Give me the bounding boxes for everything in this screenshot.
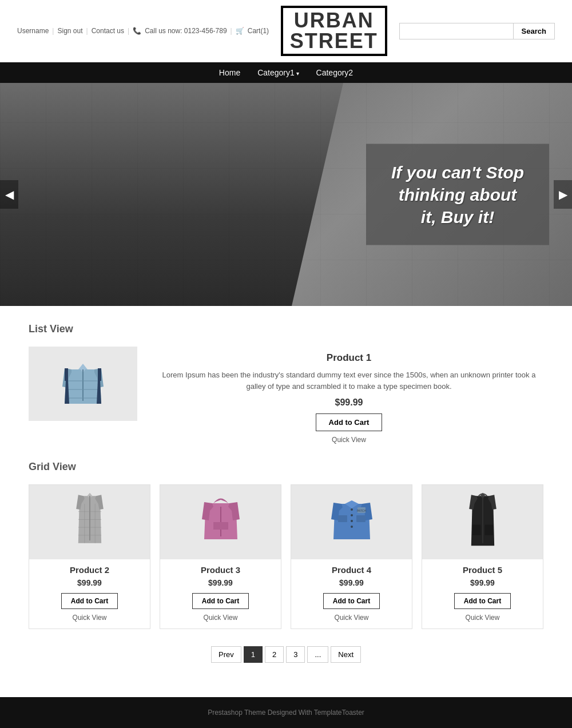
nav-category1[interactable]: Category1 [257,68,299,77]
svg-rect-0 [82,369,84,401]
grid-product-img-2 [29,485,150,559]
svg-rect-11 [220,507,221,536]
list-product-price: $99.99 [154,397,543,408]
grid-product-card-2: Product 2 $99.99 Add to Cart Quick View [29,484,150,629]
grid-quick-view-2[interactable]: Quick View [29,614,150,622]
phone-icon: 📞 [133,27,141,35]
svg-rect-22 [484,525,493,535]
sep2: | [86,27,88,35]
list-product-name: Product 1 [154,352,543,364]
search-button[interactable]: Search [514,23,555,39]
list-product-image [29,347,137,421]
grid-product-name-4: Product 4 [291,565,412,575]
grid-product-price-2: $99.99 [29,578,150,587]
grid-quick-view-3[interactable]: Quick View [160,614,281,622]
search-input[interactable] [399,23,514,39]
svg-rect-21 [472,525,480,535]
list-view-item: Product 1 Lorem Ipsum has been the indus… [29,347,543,444]
pagination: Prev 1 2 3 ... Next [29,646,543,663]
grid-quick-view-5[interactable]: Quick View [422,614,543,622]
list-add-to-cart-button[interactable]: Add to Cart [316,413,383,431]
product5-coat-icon [466,491,500,554]
svg-point-18 [351,520,353,522]
signout-link[interactable]: Sign out [57,27,82,35]
svg-rect-13 [356,515,366,522]
svg-rect-12 [338,515,347,522]
grid-view: Grid View [29,461,543,629]
hero-overlay: If you can't Stop thinking about it, Buy… [366,144,549,245]
svg-rect-4 [89,496,90,540]
svg-text:PATCH: PATCH [356,509,366,512]
sep4: | [231,27,232,35]
grid-product-name-2: Product 2 [29,565,150,575]
list-product-info: Product 1 Lorem Ipsum has been the indus… [154,347,543,444]
svg-rect-20 [482,496,483,543]
nav-home[interactable]: Home [219,68,240,77]
cart-icon: 🛒 [236,27,244,35]
phone-number: Call us now: 0123-456-789 [145,27,227,35]
grid-product-price-5: $99.99 [422,578,543,587]
main-nav: Home Category1 Category2 [0,62,572,83]
hero-tagline: If you can't Stop thinking about it, Buy… [389,161,526,228]
grid-product-card-4: PATCH Product 4 $99.99 Add to Cart Quick… [291,484,412,629]
product4-denim-icon: PATCH [329,494,375,551]
grid-product-card-5: Product 5 $99.99 Add to Cart Quick View [422,484,543,629]
hero-prev-button[interactable]: ◀ [0,180,18,209]
logo-line2: STREET [290,31,378,51]
list-view-title: List View [29,323,543,335]
grid-product-price-4: $99.99 [291,578,412,587]
grid-add-to-cart-2[interactable]: Add to Cart [61,593,118,609]
grid-add-to-cart-4[interactable]: Add to Cart [323,593,380,609]
pagination-ellipsis: ... [307,646,328,663]
svg-point-17 [351,514,353,516]
grid-product-name-5: Product 5 [422,565,543,575]
svg-point-16 [351,508,353,511]
pagination-prev[interactable]: Prev [211,646,241,663]
pagination-page-1[interactable]: 1 [244,646,263,663]
grid-view-title: Grid View [29,461,543,473]
nav-category2[interactable]: Category2 [316,68,353,77]
list-product-desc: Lorem Ipsum has been the industry's stan… [154,369,543,392]
grid-product-price-3: $99.99 [160,578,281,587]
grid-container: Product 2 $99.99 Add to Cart Quick View [29,484,543,629]
logo-line1: URBAN [290,10,378,31]
grid-product-img-4: PATCH [291,485,412,559]
footer: Prestashop Theme Designed With TemplateT… [0,697,572,728]
grid-quick-view-4[interactable]: Quick View [291,614,412,622]
logo-text: URBAN STREET [281,6,387,56]
product2-coat-icon [73,491,107,554]
cart-link[interactable]: Cart(1) [248,27,269,35]
grid-product-name-3: Product 3 [160,565,281,575]
grid-add-to-cart-5[interactable]: Add to Cart [454,593,511,609]
contact-link[interactable]: Contact us [92,27,124,35]
hero-banner: ◀ If you can't Stop thinking about it, B… [0,83,572,306]
grid-product-img-5 [422,485,543,559]
svg-point-19 [351,526,353,528]
hero-next-button[interactable]: ▶ [554,180,572,209]
sep3: | [128,27,129,35]
grid-product-card-3: Product 3 $99.99 Add to Cart Quick View [160,484,281,629]
sep1: | [52,27,54,35]
pagination-next[interactable]: Next [331,646,361,663]
list-quick-view-link[interactable]: Quick View [154,436,543,444]
username-link[interactable]: Username [17,27,49,35]
top-bar-left: Username | Sign out | Contact us | 📞 Cal… [17,27,269,35]
pagination-page-2[interactable]: 2 [265,646,284,663]
top-bar: Username | Sign out | Contact us | 📞 Cal… [0,0,572,62]
content-area: List View [0,306,572,697]
grid-add-to-cart-3[interactable]: Add to Cart [192,593,249,609]
pagination-page-3[interactable]: 3 [286,646,305,663]
product1-jacket-icon [60,352,106,415]
footer-text: Prestashop Theme Designed With TemplateT… [208,709,364,717]
logo[interactable]: URBAN STREET [281,6,387,56]
product3-hoodie-icon [201,491,241,554]
grid-product-img-3 [160,485,281,559]
search-area: Search [399,23,555,39]
